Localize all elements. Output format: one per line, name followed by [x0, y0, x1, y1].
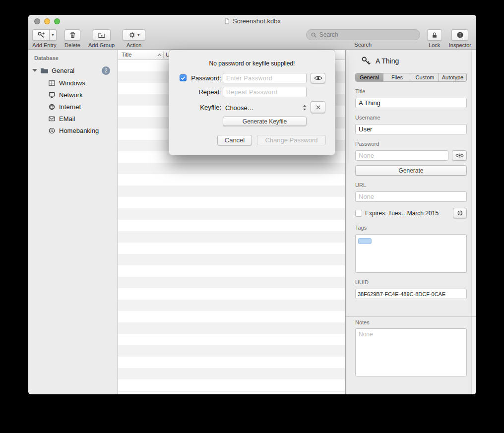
- tag-chip[interactable]: [358, 238, 372, 244]
- password-checkbox[interactable]: [180, 74, 187, 81]
- add-entry-button[interactable]: [32, 29, 49, 41]
- notes-field[interactable]: [355, 328, 467, 376]
- titlebar[interactable]: Screenshot.kdbx: [28, 15, 476, 28]
- cancel-button-label: Cancel: [225, 136, 245, 144]
- sidebar-item-homebanking[interactable]: Homebanking: [28, 124, 117, 136]
- expires-checkbox[interactable]: [355, 210, 362, 217]
- keyfile-popup-value: Choose…: [225, 104, 303, 112]
- search-field[interactable]: [306, 29, 420, 40]
- toolbar-right-group: Search Lock: [306, 29, 471, 48]
- search-input[interactable]: [319, 31, 416, 38]
- windows-icon: [48, 79, 56, 87]
- search-label: Search: [354, 42, 372, 48]
- toolbar-left-group: ▾ Add Entry Delete: [32, 29, 145, 48]
- action-toolbar-item: ▾ Action: [123, 29, 145, 48]
- app-window: Screenshot.kdbx ▾: [28, 15, 476, 394]
- sidebar-group-general[interactable]: General 2: [28, 64, 117, 77]
- trash-icon: [69, 31, 76, 39]
- inspector-content: A Thing General Files Custom Autotype Ti…: [355, 50, 467, 299]
- envelope-icon: [48, 115, 56, 123]
- sidebar-item-network[interactable]: Network: [28, 89, 117, 101]
- sidebar-item-label: Internet: [59, 103, 81, 111]
- window-title-text: Screenshot.kdbx: [233, 17, 281, 25]
- tab-autotype[interactable]: Autotype: [439, 73, 466, 81]
- sort-ascending-icon: [157, 54, 162, 57]
- lock-button[interactable]: [427, 29, 442, 41]
- column-divider[interactable]: [163, 51, 164, 59]
- folder-plus-icon: [98, 31, 106, 39]
- add-group-button[interactable]: [93, 29, 111, 41]
- inspector-button[interactable]: [451, 29, 468, 41]
- tags-field[interactable]: [355, 234, 467, 273]
- password-field[interactable]: [355, 150, 448, 161]
- reveal-password-button[interactable]: [452, 150, 467, 161]
- cancel-button[interactable]: Cancel: [217, 135, 252, 145]
- dialog-message: No password or keyfile supplied!: [169, 60, 335, 67]
- inspector-tabs: General Files Custom Autotype: [355, 73, 467, 82]
- title-field[interactable]: [355, 98, 467, 108]
- add-entry-dropdown-button[interactable]: ▾: [49, 29, 57, 41]
- add-entry-toolbar-item: ▾ Add Entry: [32, 29, 57, 48]
- password-label: Password:: [188, 74, 221, 82]
- password-input[interactable]: [223, 73, 307, 83]
- sidebar-section-header: Database: [28, 50, 117, 64]
- generate-keyfile-label: Generate Keyfile: [243, 118, 287, 125]
- generate-password-button[interactable]: Generate: [355, 165, 467, 176]
- action-button[interactable]: ▾: [123, 29, 145, 41]
- change-password-button[interactable]: Change Password: [257, 135, 326, 145]
- repeat-password-input[interactable]: [223, 87, 307, 97]
- url-field[interactable]: [355, 191, 467, 202]
- eye-icon: [314, 75, 322, 81]
- chevron-down-icon: ▾: [52, 33, 54, 37]
- search-icon: [311, 32, 317, 38]
- inspector-scrollbar[interactable]: [471, 50, 476, 394]
- tab-files[interactable]: Files: [383, 73, 411, 81]
- network-icon: [48, 91, 56, 99]
- sidebar-item-internet[interactable]: Internet: [28, 101, 117, 113]
- inspector-label: Inspector: [449, 42, 471, 48]
- expires-label: Expires: Tues…March 2015: [365, 210, 450, 217]
- disclosure-triangle-icon[interactable]: [32, 69, 37, 72]
- close-x-icon: [315, 104, 321, 111]
- entry-title: A Thing: [376, 57, 399, 65]
- gear-icon: [128, 31, 136, 39]
- change-password-dialog: No password or keyfile supplied! Passwor…: [169, 50, 335, 155]
- sidebar-item-label: Network: [59, 91, 83, 99]
- uuid-field[interactable]: [355, 289, 467, 299]
- notes-label: Notes: [355, 319, 467, 325]
- add-entry-label: Add Entry: [32, 42, 56, 48]
- folder-icon: [40, 67, 49, 74]
- delete-toolbar-item: Delete: [64, 29, 80, 48]
- add-group-label: Add Group: [88, 42, 115, 48]
- delete-button[interactable]: [64, 29, 80, 41]
- expires-settings-button[interactable]: [453, 208, 467, 218]
- tab-general[interactable]: General: [356, 73, 383, 81]
- lock-icon: [431, 32, 438, 39]
- password-field-label: Password: [355, 141, 467, 147]
- sidebar-item-windows[interactable]: Windows: [28, 77, 117, 89]
- title-field-label: Title: [355, 88, 467, 94]
- keyfile-popup[interactable]: Choose…: [223, 102, 307, 113]
- keyfile-label: Keyfile:: [188, 104, 221, 111]
- sidebar: Database General 2 Windows: [28, 50, 118, 394]
- lock-toolbar-item: Lock: [427, 29, 442, 48]
- username-field[interactable]: [355, 124, 467, 134]
- generate-keyfile-button[interactable]: Generate Keyfile: [223, 117, 307, 126]
- column-header-title[interactable]: Title: [122, 52, 131, 58]
- reveal-password-button[interactable]: [311, 73, 325, 83]
- url-field-label: URL: [355, 182, 467, 188]
- tab-custom[interactable]: Custom: [411, 73, 439, 81]
- popup-stepper-icon: [303, 104, 307, 111]
- entry-count-badge: 2: [102, 66, 110, 75]
- expires-row: Expires: Tues…March 2015: [355, 208, 467, 218]
- inspector-toolbar-item: Inspector: [449, 29, 471, 48]
- clear-keyfile-button[interactable]: [311, 101, 325, 113]
- repeat-label: Repeat:: [188, 88, 221, 96]
- homebanking-icon: [48, 127, 56, 134]
- lock-label: Lock: [429, 42, 440, 48]
- sidebar-item-label: Homebanking: [59, 127, 99, 134]
- eye-icon: [455, 153, 464, 158]
- chevron-down-icon: ▾: [137, 33, 139, 37]
- sidebar-item-label: EMail: [59, 115, 75, 123]
- sidebar-item-email[interactable]: EMail: [28, 113, 117, 124]
